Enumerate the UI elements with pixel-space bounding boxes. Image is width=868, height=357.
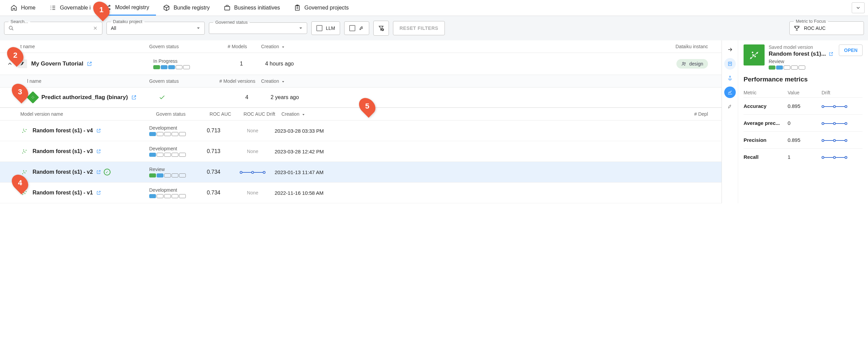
version-name: Random forest (s1) - v2 [33, 169, 93, 175]
col-creation[interactable]: Creation [261, 44, 322, 49]
side-tabs [722, 40, 738, 203]
scatter-icon [20, 147, 28, 155]
svg-point-28 [26, 191, 27, 192]
rocket-toggle[interactable] [344, 21, 369, 35]
arrow-right-icon [727, 46, 733, 53]
version-roc: 0.734 [197, 169, 231, 175]
checkbox-icon [316, 25, 322, 31]
svg-point-27 [24, 193, 25, 194]
side-tab-deploy[interactable] [724, 101, 736, 112]
nav-home[interactable]: Home [3, 0, 42, 16]
version-created: 2023-03-28 12:42 PM [275, 149, 336, 154]
external-link-icon[interactable] [96, 190, 101, 195]
svg-point-14 [23, 129, 24, 130]
detail-panel: Saved model version Random forest (s1)..… [722, 40, 868, 203]
llm-toggle[interactable]: LLM [311, 21, 340, 35]
version-drift [231, 169, 275, 175]
nav-business[interactable]: Business initiatives [217, 0, 287, 16]
funnel-plus-icon [378, 25, 384, 31]
nav-bundle-registry[interactable]: Bundle registry [156, 0, 217, 16]
home-icon [10, 4, 18, 12]
metric-name: Precision [744, 137, 788, 143]
scatter-icon [20, 127, 28, 135]
metric-focus[interactable]: Metric to Focus ROC AUC [789, 21, 864, 35]
col-deploy: # Depl [342, 111, 715, 117]
version-row[interactable]: Random forest (s1) - v2✓Review0.7342023-… [0, 162, 722, 183]
nav-governed[interactable]: Governed projects [287, 0, 356, 16]
side-title: Random forest (s1)... [769, 51, 826, 57]
version-status: Development [149, 146, 197, 151]
active-ring-icon: ✓ [104, 169, 111, 175]
progress-bar [149, 132, 197, 136]
metric-row: Precision0.895 [744, 131, 863, 148]
nav-expand-button[interactable] [852, 2, 865, 13]
model-version-thumbnail [744, 44, 765, 65]
external-link-icon[interactable] [829, 52, 833, 56]
version-status: Review [149, 167, 197, 172]
metric-name: Average prec... [744, 120, 788, 126]
expand-panel-button[interactable] [724, 44, 736, 55]
model-version-count: 4 [223, 94, 271, 100]
svg-point-16 [23, 151, 24, 152]
side-tab-metrics[interactable] [724, 87, 736, 98]
side-tab-anchor[interactable] [724, 72, 736, 84]
svg-point-34 [754, 56, 756, 57]
progress-bar [149, 173, 197, 177]
metric-row: Average prec...0 [744, 114, 863, 131]
open-button[interactable]: OPEN [839, 44, 863, 56]
search-input[interactable] [17, 25, 90, 31]
metric-drift [822, 120, 863, 126]
version-row[interactable]: Random forest (s1) - v3Development0.713N… [0, 141, 722, 162]
rocket-icon [359, 25, 364, 31]
version-roc: 0.713 [197, 128, 231, 134]
external-link-icon[interactable] [96, 128, 101, 133]
metric-value: 0.895 [788, 103, 822, 109]
version-created: 2023-03-28 03:33 PM [275, 128, 336, 134]
external-link-icon[interactable] [96, 170, 101, 174]
external-link-icon[interactable] [87, 61, 92, 67]
drift-none: None [247, 128, 258, 133]
rocket-icon [727, 104, 733, 109]
external-link-icon[interactable] [131, 95, 137, 100]
metric-drift [822, 154, 863, 160]
list-check-icon [49, 4, 57, 12]
svg-rect-3 [224, 6, 230, 10]
version-row[interactable]: Random forest (s1) - v1Development0.734N… [0, 183, 722, 203]
version-drift: None [231, 128, 275, 133]
col-version-created[interactable]: Creation [281, 111, 342, 117]
metric-focus-value: ROC AUC [804, 25, 826, 31]
filters-bar: Search... Dataiku project All Governed s… [0, 16, 868, 40]
col-models-count: # Models [214, 44, 261, 49]
project-filter[interactable]: Dataiku project All [106, 22, 205, 35]
svg-point-8 [683, 62, 684, 63]
model-table-header: l name Govern status # Model versions Cr… [0, 75, 722, 88]
version-created: 2023-01-13 11:47 AM [275, 169, 336, 175]
version-row[interactable]: Random forest (s1) - v4Development0.713N… [0, 120, 722, 141]
metric-row: Recall1 [744, 148, 863, 165]
external-link-icon[interactable] [96, 149, 101, 154]
chart-line-icon [727, 90, 733, 95]
col-model-name: l name [17, 78, 149, 84]
svg-point-13 [26, 129, 27, 130]
clear-icon[interactable] [93, 25, 98, 31]
search-box[interactable]: Search... [4, 22, 102, 35]
nav-governable[interactable]: Governable i [42, 0, 98, 16]
side-tab-overview[interactable] [724, 58, 736, 70]
project-row[interactable]: My Govern Tutorial In Progress 1 4 hours… [0, 53, 722, 75]
reset-filters-button[interactable]: RESET FILTERS [393, 21, 445, 35]
users-icon [681, 61, 687, 67]
col-model-versions: # Model versions [214, 78, 261, 84]
metric-row: Accuracy0.895 [744, 97, 863, 114]
col-model-created[interactable]: Creation [261, 78, 322, 84]
anchor-icon [727, 75, 733, 81]
project-status-label: In Progress [153, 58, 218, 64]
document-icon [727, 61, 733, 67]
svg-point-17 [24, 152, 25, 153]
progress-bar [153, 65, 218, 69]
metric-name: Accuracy [744, 103, 788, 109]
svg-point-1 [109, 5, 110, 6]
svg-point-22 [24, 172, 25, 173]
status-filter[interactable]: Governed status [209, 22, 307, 34]
filter-add-button[interactable] [373, 21, 389, 36]
instance-badge: design [676, 59, 708, 69]
